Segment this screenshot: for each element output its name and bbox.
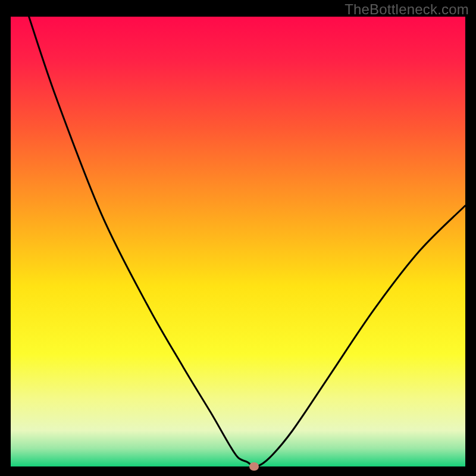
optimum-marker bbox=[249, 462, 259, 471]
plot-area bbox=[11, 17, 465, 466]
chart-container: TheBottleneck.com bbox=[0, 0, 476, 476]
bottleneck-curve bbox=[29, 17, 465, 466]
watermark-text: TheBottleneck.com bbox=[345, 1, 469, 18]
curve-layer bbox=[11, 17, 465, 466]
